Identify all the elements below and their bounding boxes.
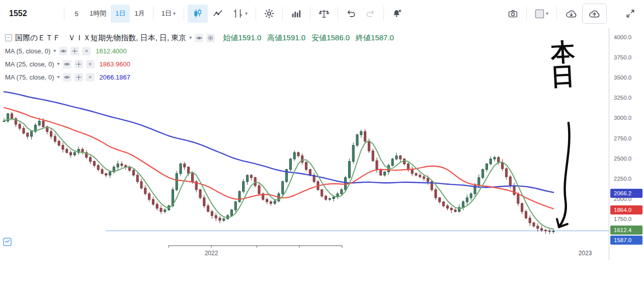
indicators-button[interactable] [286,5,306,23]
price-axis-label: 3000.0 [614,115,631,121]
legend-collapse-icon[interactable]: − [5,34,12,41]
indicator-settings-gear-icon[interactable] [70,47,79,55]
symbol-input[interactable]: 1552 [0,9,60,18]
chevron-down-icon[interactable]: ▾ [57,75,60,80]
toolbar-divider [256,7,256,21]
settings-button[interactable] [260,5,279,23]
layout-grid-icon [535,9,544,19]
save-chart-button[interactable] [582,4,607,24]
redo-arrow-icon [365,9,375,19]
interval-button-1h[interactable]: 1時間 [85,5,111,23]
toolbar-divider [383,7,384,21]
fullscreen-expand-icon [625,9,635,19]
price-axis-label: 2500.0 [614,156,631,162]
remove-indicator-x-icon[interactable]: × [86,73,95,82]
price-badge-2066.2: 2066.2 [610,189,642,198]
close-value: 終値1587.0 [356,33,394,43]
cloud-download-icon [565,9,578,19]
chevron-down-icon[interactable]: ▾ [245,11,248,16]
price-axis-label: 2250.0 [614,176,631,182]
redo-button[interactable] [361,5,380,23]
open-value: 始値1591.0 [223,33,261,43]
ma5-value: 1612.4000 [96,47,126,55]
add-alert-button[interactable] [387,5,407,23]
compare-scales-button[interactable] [314,5,334,23]
chevron-down-icon[interactable]: ▾ [57,61,60,66]
price-axis[interactable]: 4000.03750.03500.03250.03000.02750.02500… [609,28,644,260]
chart-legend: − 国際のＥＴＦ ＶＩＸ短期先物指数, 日本, 日, 東京 ▾ 始値1591.0… [5,31,394,84]
toolbar-divider [526,7,527,21]
time-axis-label-2023: 2023 [579,250,592,257]
visibility-eye-icon[interactable] [195,34,203,42]
line-chart-icon [212,8,223,19]
snapshot-camera-button[interactable] [503,5,523,23]
price-axis-label: 3250.0 [614,95,631,101]
price-axis-label: 3750.0 [614,54,631,60]
timeframe-select-value: 1日 [162,9,172,18]
alert-bell-icon [392,9,402,19]
visibility-eye-icon[interactable] [63,60,71,68]
ma5-legend-row: MA (5, close, 0) ▾ × 1612.4000 [5,44,394,57]
layout-select-button[interactable]: ▾ [530,5,553,23]
load-chart-button[interactable] [560,5,582,23]
ma25-label[interactable]: MA (25, close, 0) [5,60,54,68]
symbol-title[interactable]: 国際のＥＴＦ ＶＩＸ短期先物指数, 日本, 日, 東京 [15,33,186,43]
time-axis-label-2022: 2022 [205,250,218,257]
fullscreen-button[interactable] [621,5,640,23]
price-badge-1612.4: 1612.4 [610,226,642,235]
ma5-label[interactable]: MA (5, close, 0) [5,47,50,55]
gear-icon [264,9,274,19]
indicators-histogram-icon [291,8,302,19]
ma25-value: 1863.9600 [100,60,130,68]
interval-button-1mo[interactable]: 1月 [130,5,149,23]
interval-button-1d[interactable]: 1日 [111,5,130,23]
chart-type-candlestick-button[interactable] [188,5,208,23]
svg-text:本: 本 [550,38,577,66]
top-toolbar: 1552 5 1時間 1日 1月 1日 ▾ ▾ [0,0,644,27]
chevron-down-icon: ▾ [546,11,548,16]
toolbar-divider [64,7,64,21]
svg-text:日: 日 [550,62,576,90]
series-settings-gear-icon[interactable] [206,34,215,42]
undo-arrow-icon [346,9,356,19]
ohlc-bars-icon [232,8,244,19]
legend-title-row: − 国際のＥＴＦ ＶＩＸ短期先物指数, 日本, 日, 東京 ▾ 始値1591.0… [5,31,394,44]
low-value: 安値1586.0 [311,33,350,43]
toolbar-divider [184,7,184,21]
toolbar-divider [282,7,283,21]
indicator-settings-gear-icon[interactable] [74,73,83,82]
ma75-label[interactable]: MA (75, close, 0) [5,73,54,81]
price-axis-label: 4000.0 [614,34,631,40]
candlestick-series [3,112,554,234]
indicator-settings-gear-icon[interactable] [74,60,83,68]
chart-type-line-button[interactable] [208,5,228,23]
high-value: 高値1591.0 [267,33,305,43]
symbol-menu-caret-icon[interactable]: ▾ [189,35,192,40]
chevron-down-icon: ▾ [173,11,176,16]
handwritten-annotation-text: 本日 [549,38,578,91]
ma75-line[interactable] [4,92,553,192]
cloud-upload-icon [588,9,601,19]
scales-icon [318,8,330,19]
price-badge-1864.0: 1864.0 [610,205,642,214]
remove-indicator-x-icon[interactable]: × [86,60,95,68]
visibility-eye-icon[interactable] [59,47,67,55]
price-axis-label: 2750.0 [614,135,631,141]
timeframe-select[interactable]: 1日 ▾ [157,5,180,23]
ma75-value: 2066.1867 [100,73,130,81]
ma75-legend-row: MA (75, close, 0) ▾ × 2066.1867 [5,70,394,84]
chevron-down-icon[interactable]: ▾ [53,48,56,53]
remove-indicator-x-icon[interactable]: × [82,47,91,55]
ma5-line[interactable] [4,119,553,229]
tradingview-logo-icon[interactable] [3,238,12,248]
trading-app: { "toolbar": { "symbol": "1552", "interv… [0,0,644,295]
toolbar-divider [310,7,310,21]
interval-button-5m[interactable]: 5 [68,5,85,23]
price-axis-label: 1750.0 [614,216,631,222]
visibility-eye-icon[interactable] [63,73,71,82]
time-axis[interactable]: 20222023 [0,248,644,259]
undo-button[interactable] [342,5,361,23]
camera-icon [508,9,518,19]
chart-type-bars-button[interactable]: ▾ [228,5,252,23]
ohlc-readout: 始値1591.0 高値1591.0 安値1586.0 終値1587.0 [223,33,394,43]
